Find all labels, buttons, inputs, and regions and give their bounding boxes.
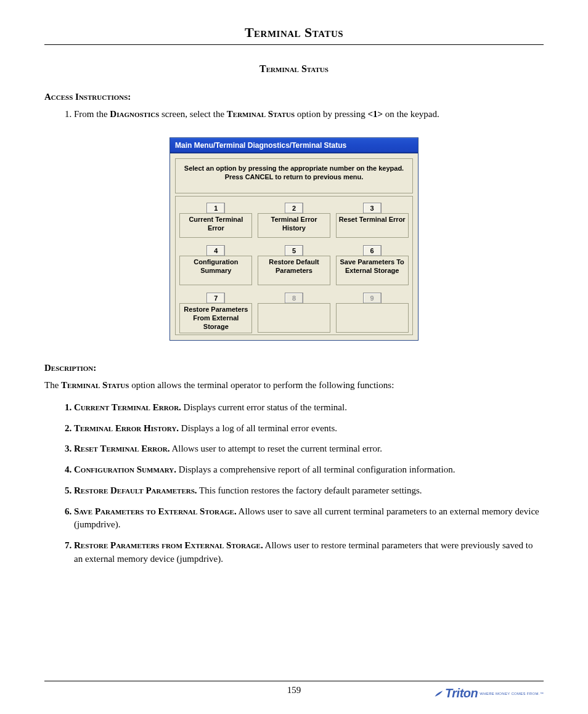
- desc-intro-post: option allows the terminal operator to p…: [129, 380, 394, 390]
- option-5[interactable]: 5 Restore Default Parameters: [258, 245, 331, 285]
- access-instructions-list: From the Diagnostics screen, select the …: [44, 107, 544, 121]
- instr-option: Terminal Status: [227, 109, 295, 119]
- key-button-5[interactable]: 5: [285, 245, 303, 256]
- option-6-label: Save Parameters To External Storage: [336, 256, 409, 285]
- page-title: Terminal Status: [44, 25, 544, 41]
- option-7[interactable]: 7 Restore Parameters From External Stora…: [179, 293, 253, 333]
- function-item-6: Save Parameters to External Storage. All…: [74, 505, 544, 532]
- dialog-titlebar: Main Menu/Terminal Diagnostics/Terminal …: [170, 138, 418, 153]
- option-2-label: Terminal Error History: [258, 213, 330, 238]
- description-label: Description:: [44, 363, 544, 373]
- option-8: 8: [258, 293, 331, 333]
- access-instructions-label: Access Instructions:: [44, 92, 544, 102]
- dialog-options-grid: 1 Current Terminal Error 2 Terminal Erro…: [175, 196, 413, 335]
- section-title: Terminal Status: [44, 63, 544, 75]
- func-name: Restore Parameters from External Storage…: [74, 540, 263, 550]
- option-8-label: [258, 303, 330, 333]
- option-2[interactable]: 2 Terminal Error History: [258, 203, 331, 238]
- brand-name: Triton: [445, 686, 478, 700]
- instr-screen: Diagnostics: [110, 109, 159, 119]
- func-name: Configuration Summary.: [74, 465, 176, 474]
- instr-text: on the keypad.: [383, 109, 439, 119]
- func-text: This function restores the factory defau…: [197, 485, 422, 495]
- brand-tagline: WHERE MONEY COMES FROM.™: [480, 692, 544, 696]
- instr-key: <1>: [367, 109, 383, 119]
- key-button-2[interactable]: 2: [285, 203, 303, 214]
- func-name: Save Parameters to External Storage.: [74, 506, 237, 516]
- key-button-4[interactable]: 4: [206, 245, 225, 256]
- instr-text: From the: [74, 109, 110, 119]
- func-name: Restore Default Parameters.: [74, 485, 197, 495]
- triton-swoosh-icon: [434, 689, 444, 699]
- function-item-2: Terminal Error History. Displays a log o…: [74, 422, 544, 436]
- desc-intro-pre: The: [44, 380, 61, 390]
- option-3-label: Reset Terminal Error: [336, 213, 409, 238]
- brand-logo-group: Triton WHERE MONEY COMES FROM.™: [434, 686, 544, 700]
- function-item-5: Restore Default Parameters. This functio…: [74, 484, 544, 498]
- description-intro: The Terminal Status option allows the te…: [44, 378, 544, 392]
- dialog-instruction-line2: Press CANCEL to return to previous menu.: [225, 173, 364, 181]
- function-item-3: Reset Terminal Error. Allows user to att…: [74, 442, 544, 456]
- func-text: Allows user to attempt to reset the curr…: [170, 444, 382, 453]
- func-text: Displays a comprehensive report of all t…: [176, 465, 455, 474]
- page-header: Terminal Status: [44, 25, 544, 45]
- option-4[interactable]: 4 Configuration Summary: [179, 245, 253, 285]
- function-item-1: Current Terminal Error. Displays current…: [74, 401, 544, 415]
- dialog-instruction-box: Select an option by pressing the appropr…: [175, 158, 413, 194]
- desc-intro-strong: Terminal Status: [61, 380, 129, 390]
- func-text: Displays current error status of the ter…: [181, 402, 347, 412]
- option-4-label: Configuration Summary: [179, 256, 252, 285]
- key-button-6[interactable]: 6: [363, 245, 382, 256]
- option-9-label: [336, 303, 409, 333]
- func-name: Terminal Error History.: [74, 423, 179, 433]
- option-5-label: Restore Default Parameters: [258, 256, 330, 285]
- key-button-9: 9: [363, 293, 382, 304]
- page-number: 159: [287, 685, 301, 696]
- function-item-4: Configuration Summary. Displays a compre…: [74, 463, 544, 477]
- option-7-label: Restore Parameters From External Storage: [179, 303, 252, 333]
- option-1[interactable]: 1 Current Terminal Error: [179, 203, 253, 238]
- option-1-label: Current Terminal Error: [179, 213, 252, 238]
- instr-text: option by pressing: [295, 109, 367, 119]
- func-name: Current Terminal Error.: [74, 402, 181, 412]
- option-9: 9: [335, 293, 409, 333]
- key-button-1[interactable]: 1: [206, 203, 225, 214]
- func-text: Displays a log of all terminal error eve…: [179, 423, 337, 433]
- option-3[interactable]: 3 Reset Terminal Error: [335, 203, 409, 238]
- access-instruction-item: From the Diagnostics screen, select the …: [74, 107, 544, 121]
- page-footer: 159 Triton WHERE MONEY COMES FROM.™: [44, 681, 544, 696]
- option-6[interactable]: 6 Save Parameters To External Storage: [335, 245, 409, 285]
- key-button-7[interactable]: 7: [206, 293, 225, 304]
- functions-list: Current Terminal Error. Displays current…: [44, 401, 544, 566]
- terminal-status-dialog: Main Menu/Terminal Diagnostics/Terminal …: [169, 137, 419, 341]
- key-button-8: 8: [285, 293, 303, 304]
- key-button-3[interactable]: 3: [363, 203, 382, 214]
- function-item-7: Restore Parameters from External Storage…: [74, 539, 544, 566]
- dialog-instruction-line1: Select an option by pressing the appropr…: [184, 164, 404, 172]
- func-name: Reset Terminal Error.: [74, 444, 170, 453]
- instr-text: screen, select the: [159, 109, 227, 119]
